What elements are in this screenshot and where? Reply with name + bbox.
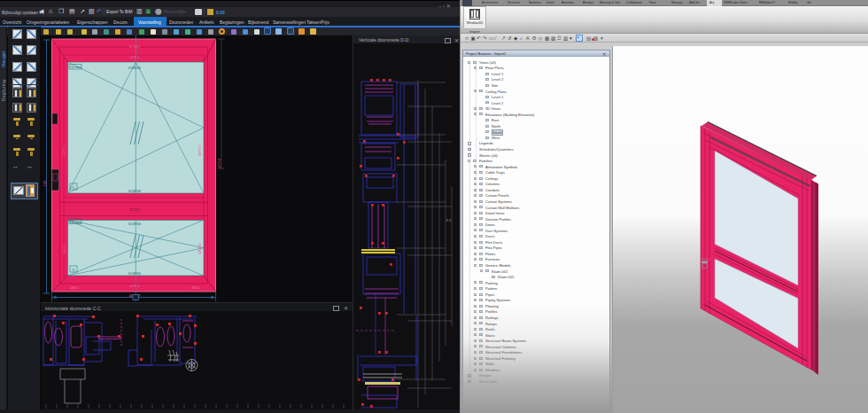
svg-text:4M005: 4M005 (191, 286, 200, 290)
svg-text:506333: 506333 (63, 244, 66, 255)
svg-text:24 mm: 24 mm (70, 220, 81, 224)
svg-text:506333: 506333 (198, 244, 202, 255)
svg-text:103: 103 (43, 180, 47, 186)
svg-text:74 mm: 74 mm (70, 65, 81, 69)
svg-text:473 4: 473 4 (130, 284, 140, 288)
svg-text:6C8936: 6C8936 (128, 66, 142, 70)
svg-text:607723: 607723 (63, 145, 66, 157)
svg-text:POW d: POW d (701, 258, 710, 261)
svg-text:4M005: 4M005 (70, 286, 79, 290)
svg-text:473 4: 473 4 (130, 56, 140, 59)
svg-text:6C8936: 6C8936 (128, 271, 142, 276)
svg-text:471204: 471204 (129, 208, 141, 212)
svg-text:6C8936: 6C8936 (128, 189, 142, 193)
svg-text:6C8936: 6C8936 (128, 222, 142, 226)
svg-text:607723: 607723 (198, 145, 202, 157)
svg-text:8,3: 8,3 (446, 219, 451, 222)
svg-text:471067: 471067 (129, 45, 141, 49)
svg-text:473 4: 473 4 (217, 158, 221, 168)
